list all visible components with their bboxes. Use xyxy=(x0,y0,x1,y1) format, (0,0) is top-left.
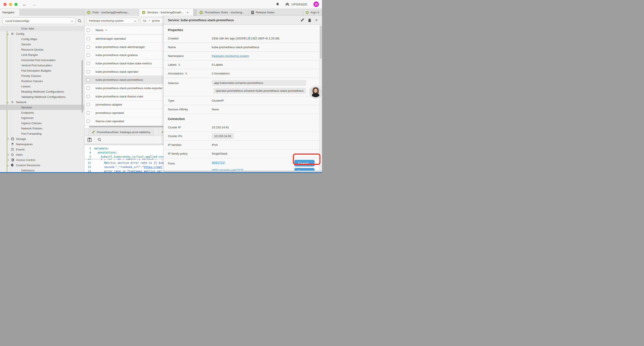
yaml-editor[interactable]: 3metadata: 4 annotations: 5 kubectl.kube… xyxy=(84,145,163,172)
sidebar-item-validating-webhook-configurations[interactable]: Validating Webhook Configurations xyxy=(0,94,84,99)
panel-scrollbar-thumb[interactable] xyxy=(320,26,322,59)
sidebar-group-custom-resources[interactable]: Custom Resources xyxy=(0,162,84,168)
chevron-down-icon[interactable] xyxy=(6,164,9,166)
panel-scrollbar-track[interactable] xyxy=(319,25,322,171)
sidebar-item-endpoints[interactable]: Endpoints xyxy=(0,110,84,115)
close-panel-icon[interactable] xyxy=(315,18,318,22)
sidebar-item-runtime-classes[interactable]: Runtime Classes xyxy=(0,78,84,84)
sidebar-item-namespaces[interactable]: Namespaces xyxy=(0,141,84,147)
sidebar-item-pod-disruption-budgets[interactable]: Pod Disruption Budgets xyxy=(0,68,84,73)
table-row[interactable]: thanos-ruler-operated xyxy=(84,117,163,125)
panel-bottom-scrollbar[interactable] xyxy=(164,171,322,172)
maximize-traffic-light[interactable] xyxy=(14,3,18,6)
editor-tab-prometheusrule[interactable]: PrometheusRule: freeleaps-prod-rabbitmq xyxy=(88,129,154,136)
namespace-link[interactable]: freeleaps-monitoring-system xyxy=(212,54,249,58)
tab-prometheus-rules[interactable]: Prometheus Rules - icecheng... xyxy=(197,9,248,16)
table-row-selected[interactable]: kube-prometheus-stack-prometheus xyxy=(84,76,163,84)
table-row[interactable]: kube-prometheus-stack-grafana xyxy=(84,51,163,59)
row-checkbox[interactable] xyxy=(86,95,90,98)
row-checkbox[interactable] xyxy=(86,111,90,114)
row-checkbox[interactable] xyxy=(86,37,90,40)
sidebar-item-limit-ranges[interactable]: Limit Ranges xyxy=(0,52,84,57)
sidebar-item-ingresses[interactable]: Ingresses xyxy=(0,115,84,120)
sidebar-item-definitions[interactable]: Definitions xyxy=(0,168,84,172)
row-checkbox[interactable] xyxy=(86,78,90,81)
forward-port-button[interactable]: Forward... xyxy=(294,168,314,171)
row-checkbox[interactable] xyxy=(86,120,90,123)
sidebar-item-cron-jobs[interactable]: Cron Jobs xyxy=(0,26,84,31)
sidebar-item-leases[interactable]: Leases xyxy=(0,84,84,89)
chevron-down-icon[interactable] xyxy=(6,101,9,103)
sidebar-group-access-control[interactable]: Access Control xyxy=(0,157,84,162)
tab-navigator[interactable]: Navigator xyxy=(0,9,19,16)
upgrade-button[interactable]: UPGRADE xyxy=(285,3,307,6)
property-value[interactable]: 9 Labels xyxy=(212,63,223,66)
expand-collapse-icon[interactable] xyxy=(178,63,180,66)
table-row[interactable]: alertmanager-operated xyxy=(84,34,163,43)
tab-release-notes[interactable]: Release Notes xyxy=(248,9,303,16)
row-checkbox[interactable] xyxy=(86,62,90,65)
sidebar-item-mutating-webhook-configurations[interactable]: Mutating Webhook Configurations xyxy=(0,89,84,94)
sidebar-group-network[interactable]: Network xyxy=(0,99,84,105)
trash-icon[interactable] xyxy=(308,18,311,22)
sidebar-item-port-forwarding[interactable]: Port Forwarding xyxy=(0,131,84,136)
horizontal-scrollbar-thumb[interactable] xyxy=(89,126,163,127)
table-row[interactable]: kube-prometheus-stack-alertmanager xyxy=(84,43,163,51)
tab-services[interactable]: Services - icecheng@math... xyxy=(139,9,194,16)
edit-pencil-icon[interactable] xyxy=(300,18,304,22)
forward-port-button[interactable]: Forward... xyxy=(294,160,314,166)
match-case-toggle[interactable]: Aa xyxy=(143,19,146,22)
sidebar-scrollbar-thumb[interactable] xyxy=(82,60,83,113)
close-tab-icon[interactable] xyxy=(186,10,188,14)
notification-count-badge[interactable]: 15 xyxy=(314,1,319,7)
row-checkbox[interactable] xyxy=(86,70,90,73)
table-row[interactable]: prometheus-adapter xyxy=(84,101,163,109)
property-value[interactable]: 2 Annotations xyxy=(212,72,230,75)
table-row[interactable]: prometheus-operated xyxy=(84,109,163,117)
port-link-8080[interactable]: 8080:reloader-web/TCP xyxy=(212,168,243,171)
table-row[interactable]: kube-prometheus-stack-operator xyxy=(84,68,163,76)
port-link-9090[interactable]: 9090/TCP xyxy=(212,161,243,164)
sidebar-group-storage[interactable]: Storage xyxy=(0,136,84,141)
regex-toggle[interactable]: .* xyxy=(148,19,150,22)
select-all-checkbox[interactable] xyxy=(86,28,90,32)
row-checkbox[interactable] xyxy=(86,45,90,49)
sidebar-item-priority-classes[interactable]: Priority Classes xyxy=(0,73,84,78)
sidebar-group-helm[interactable]: Helm xyxy=(0,152,84,157)
chevron-right-icon[interactable] xyxy=(6,154,9,155)
search-icon[interactable] xyxy=(98,138,102,142)
chevron-down-icon[interactable] xyxy=(6,33,9,34)
row-checkbox[interactable] xyxy=(86,86,90,90)
sidebar-item-resource-quotas[interactable]: Resource Quotas xyxy=(0,47,84,52)
chevron-right-icon[interactable] xyxy=(6,138,9,140)
sidebar-item-ingress-classes[interactable]: Ingress Classes xyxy=(0,120,84,126)
tab-argo[interactable]: Argo Se xyxy=(303,9,322,16)
name-column-header[interactable]: Name xyxy=(96,28,104,32)
minimize-traffic-light[interactable] xyxy=(9,3,12,6)
namespace-select[interactable]: freeleaps-monitoring-system xyxy=(86,18,138,24)
row-checkbox[interactable] xyxy=(86,103,90,106)
editor-tab-partial[interactable] xyxy=(158,129,163,136)
table-row[interactable]: kube-prometheus-stack-kube-state-metrics xyxy=(84,59,163,68)
sidebar-item-network-policies[interactable]: Network Policies xyxy=(0,126,84,131)
chevron-right-icon[interactable] xyxy=(6,159,9,161)
sidebar-item-secrets[interactable]: Secrets xyxy=(0,42,84,47)
save-icon[interactable] xyxy=(88,138,92,142)
table-row[interactable]: kube-prometheus-stack-prometheus-node-ex… xyxy=(84,84,163,92)
sidebar-item-vertical-pod-autoscalers[interactable]: Vertical Pod Autoscalers xyxy=(0,63,84,68)
close-traffic-light[interactable] xyxy=(4,3,6,6)
filter-input[interactable]: Aa .* prome xyxy=(140,18,163,24)
sidebar-item-events[interactable]: Events xyxy=(0,147,84,152)
user-avatar[interactable] xyxy=(310,86,322,98)
sidebar-group-config[interactable]: Config xyxy=(0,31,84,36)
sidebar-item-config-maps[interactable]: Config Maps xyxy=(0,36,84,42)
sidebar-item-horizontal-pod-autoscalers[interactable]: Horizontal Pod Autoscalers xyxy=(0,57,84,63)
row-checkbox[interactable] xyxy=(86,53,90,57)
search-icon[interactable] xyxy=(78,19,82,23)
tab-pods[interactable]: Pods - icecheng@mathmas... xyxy=(84,9,139,16)
kubeconfig-select[interactable]: Local Kubeconfigs xyxy=(3,17,76,24)
notifications-bell-icon[interactable] xyxy=(276,2,280,6)
sidebar-item-services[interactable]: Services xyxy=(0,105,84,110)
table-row[interactable]: kube-prometheus-stack-thanos-ruler xyxy=(84,92,163,101)
expand-collapse-icon[interactable] xyxy=(185,72,187,75)
